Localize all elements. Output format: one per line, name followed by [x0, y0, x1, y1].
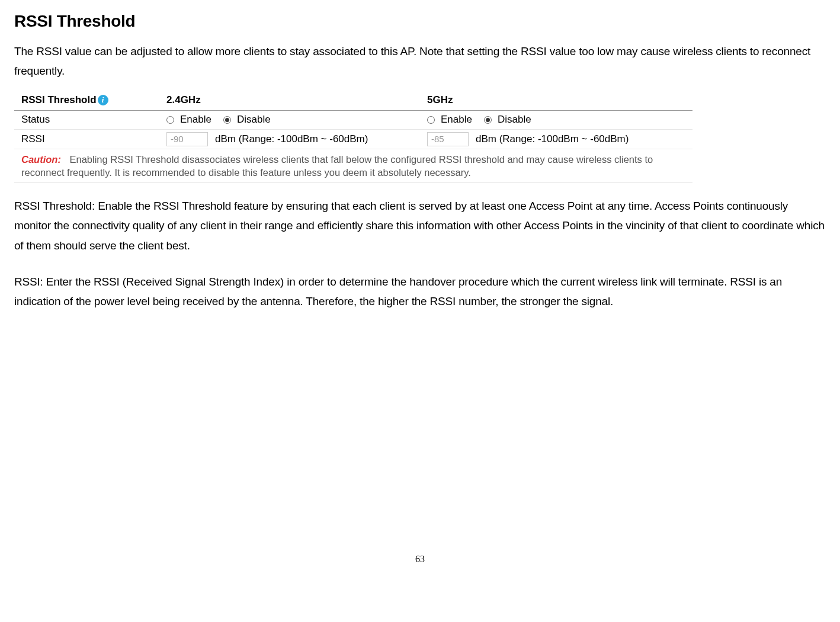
rssi-5-unit: dBm (Range: -100dBm ~ -60dBm) [476, 133, 629, 145]
header-label-text: RSSI Threshold [21, 94, 97, 106]
page-heading: RSSI Threshold [14, 12, 826, 31]
caution-label: Caution: [21, 154, 61, 165]
header-24ghz: 2.4GHz [166, 94, 427, 106]
caution-text: Enabling RSSI Threshold disassociates wi… [21, 154, 653, 178]
status-24-enable-radio[interactable] [166, 116, 174, 124]
status-24-disable-radio[interactable] [223, 116, 231, 124]
status-row: Status Enable Disable Enable Disable [14, 111, 692, 130]
header-5ghz: 5GHz [427, 94, 688, 106]
rssi-5ghz-group: dBm (Range: -100dBm ~ -60dBm) [427, 132, 688, 146]
status-24-disable-label: Disable [237, 114, 271, 126]
status-5-disable-label: Disable [498, 114, 531, 126]
status-24-enable-label: Enable [180, 114, 211, 126]
panel-header-label: RSSI Threshold i [21, 94, 166, 106]
status-5-enable-label: Enable [441, 114, 472, 126]
intro-paragraph: The RSSI value can be adjusted to allow … [14, 41, 826, 81]
rssi-threshold-panel: RSSI Threshold i 2.4GHz 5GHz Status Enab… [14, 92, 692, 184]
rssi-24-unit: dBm (Range: -100dBm ~ -60dBm) [215, 133, 368, 145]
status-5ghz-group: Enable Disable [427, 114, 688, 126]
status-label: Status [21, 114, 166, 126]
rssi-row: RSSI dBm (Range: -100dBm ~ -60dBm) dBm (… [14, 130, 692, 149]
rssi-label: RSSI [21, 133, 166, 145]
status-24ghz-group: Enable Disable [166, 114, 427, 126]
status-5-enable-radio[interactable] [427, 116, 435, 124]
status-5-disable-radio[interactable] [484, 116, 492, 124]
rssi-5-input[interactable] [427, 132, 469, 146]
info-icon[interactable]: i [98, 95, 108, 105]
caution-row: Caution: Enabling RSSI Threshold disasso… [14, 149, 692, 184]
rssi-24ghz-group: dBm (Range: -100dBm ~ -60dBm) [166, 132, 427, 146]
page-number: 63 [14, 554, 826, 565]
desc-rssi-threshold: RSSI Threshold: Enable the RSSI Threshol… [14, 196, 826, 255]
desc-rssi: RSSI: Enter the RSSI (Received Signal St… [14, 272, 826, 312]
rssi-24-input[interactable] [166, 132, 208, 146]
panel-header-row: RSSI Threshold i 2.4GHz 5GHz [14, 92, 692, 111]
